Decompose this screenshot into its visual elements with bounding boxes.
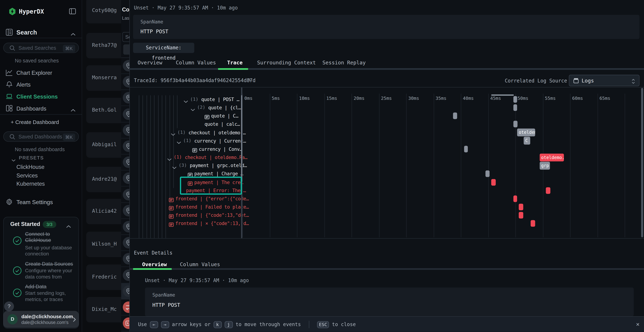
session-event-row[interactable] — [121, 122, 129, 138]
panel-scrollbar[interactable] — [641, 88, 643, 237]
sidebar-item-dashboards[interactable]: Dashboards — [16, 106, 46, 112]
tab-trace[interactable]: Trace — [227, 60, 242, 66]
session-event-row[interactable] — [121, 251, 129, 267]
preset-services[interactable]: Services — [16, 172, 38, 178]
trace-tree-row[interactable]: frontend | Failed to place… — [130, 203, 241, 211]
session-event-row[interactable] — [121, 203, 129, 219]
span-label[interactable]: frontend | {"error":{"code… — [175, 196, 249, 202]
tree-scrollbar-thumb[interactable] — [241, 95, 242, 182]
user-menu[interactable]: D dale@clickhouse.com dale@clickhouse.co… — [3, 311, 79, 328]
help-button[interactable]: ? — [4, 302, 14, 311]
sidebar-item-chart-explorer[interactable]: Chart Explorer — [16, 70, 52, 76]
session-event-row[interactable] — [121, 58, 129, 74]
trace-tree-row[interactable]: (1)checkout | oteldemo.Pa… — [130, 153, 241, 161]
trace-tree-row[interactable]: (1)checkout | oteldemo.… — [130, 128, 241, 137]
chevron-down-icon[interactable] — [184, 97, 188, 102]
tab-session-replay[interactable]: Session Replay — [322, 60, 366, 66]
timeline-hscrollbar[interactable] — [491, 94, 514, 96]
trace-tree-row[interactable]: (3)payment | grpc.oteld… — [130, 162, 241, 170]
span-duration-bar[interactable] — [519, 212, 523, 218]
span-duration-bar[interactable] — [531, 220, 535, 227]
sidebar-item-client-sessions[interactable]: Client Sessions — [16, 94, 58, 100]
trace-tree-row[interactable]: frontend | × {"code":13,"d… — [130, 220, 241, 228]
trace-tree-row[interactable]: currency | Conv… — [130, 145, 241, 153]
span-duration-bar[interactable]: grp — [540, 162, 550, 170]
session-search-input[interactable] — [122, 32, 129, 42]
span-label[interactable]: currency | Currenc… — [194, 138, 246, 144]
trace-tree-row[interactable]: (1)quote | POST … — [130, 95, 241, 104]
session-event-row[interactable] — [121, 187, 129, 203]
span-duration-bar[interactable] — [485, 171, 490, 177]
saved-dashboards-input[interactable]: ⌘K — [3, 132, 79, 142]
session-event-row[interactable] — [121, 267, 129, 283]
trace-id[interactable]: TraceId: 956f3b4a44b03aa4daf946242554d87… — [134, 78, 256, 83]
span-duration-bar[interactable] — [519, 204, 523, 210]
span-label[interactable]: payment | grpc.oteld… — [190, 163, 247, 168]
sidebar-item-search[interactable]: Search — [16, 29, 37, 36]
presets-header[interactable]: PRESETS — [19, 155, 44, 160]
trace-tree-row[interactable]: frontend | {"error":{"code… — [130, 194, 241, 203]
get-started-item-title[interactable]: Connect to ClickHouse — [25, 231, 75, 244]
chevron-up-icon[interactable] — [71, 106, 76, 112]
session-event-row[interactable] — [121, 90, 129, 106]
tab-overview[interactable]: Overview — [138, 60, 162, 66]
session-event-row[interactable] — [121, 219, 129, 235]
span-label[interactable]: checkout | oteldemo.… — [188, 130, 246, 136]
preset-kubernetes[interactable]: Kubernetes — [16, 181, 45, 187]
span-label[interactable]: quote | POST … — [201, 96, 239, 102]
sidebar-item-alerts[interactable]: Alerts — [16, 82, 30, 88]
span-duration-bar[interactable] — [513, 195, 517, 202]
session-event-row[interactable] — [121, 154, 129, 171]
span-duration-bar[interactable] — [453, 113, 457, 119]
trace-tree-row[interactable]: quote | calc… — [130, 120, 241, 128]
trace-tree-row[interactable]: frontend | {"code":13,"det… — [130, 211, 241, 219]
chevron-down-icon[interactable] — [171, 130, 175, 134]
sidebar-item-team-settings[interactable]: Team Settings — [16, 199, 53, 205]
trace-tree-row[interactable]: (1)currency | Currenc… — [130, 137, 241, 145]
chevron-down-icon[interactable] — [167, 155, 172, 160]
span-duration-bar[interactable] — [513, 121, 518, 128]
session-event-row[interactable] — [121, 106, 129, 122]
span-duration-bar[interactable] — [546, 187, 550, 194]
session-event-row[interactable] — [121, 316, 129, 332]
session-event-row[interactable] — [121, 283, 129, 300]
span-duration-bar[interactable] — [513, 96, 517, 103]
session-filter-button[interactable] — [123, 44, 129, 54]
trace-tree-row[interactable]: quote | C… — [130, 112, 241, 120]
span-duration-bar[interactable]: C — [524, 137, 530, 145]
session-event-row[interactable] — [121, 235, 129, 251]
chevron-up-icon[interactable] — [71, 30, 76, 36]
create-dashboard-button[interactable]: + Create Dashboard — [11, 119, 59, 125]
preset-clickhouse[interactable]: ClickHouse — [16, 164, 44, 170]
chevron-down-icon[interactable] — [190, 105, 195, 110]
span-duration-bar[interactable] — [464, 146, 468, 152]
tab-column-values[interactable]: Column Values — [176, 60, 216, 66]
service-name-chip[interactable]: ServiceName: frontend — [133, 43, 194, 53]
span-label[interactable]: currency | Conv… — [199, 146, 242, 152]
saved-searches-input[interactable]: ⌘K — [3, 43, 79, 53]
span-duration-bar[interactable] — [513, 104, 517, 111]
tab-ed-overview[interactable]: Overview — [142, 261, 167, 267]
chevron-down-icon[interactable] — [176, 138, 181, 143]
trace-tree-row[interactable]: (2)quote | {cl… — [130, 104, 241, 112]
chevron-down-icon[interactable] — [172, 163, 176, 168]
chevron-down-icon[interactable] — [12, 156, 16, 159]
span-label[interactable]: quote | C… — [211, 113, 238, 119]
chevron-up-icon[interactable] — [66, 222, 71, 228]
tab-ed-column-values[interactable]: Column Values — [180, 261, 220, 267]
get-started-item-title[interactable]: Add Data — [25, 284, 75, 290]
span-label[interactable]: frontend | {"code":13,"det… — [175, 212, 249, 218]
span-label[interactable]: frontend | Failed to place… — [175, 204, 249, 210]
span-label[interactable]: payment | Charge … — [194, 171, 243, 177]
edit-pencil-icon[interactable]: ✎ — [248, 77, 251, 82]
close-icon[interactable]: ✕ — [636, 321, 639, 327]
session-event-row[interactable] — [121, 138, 129, 154]
span-label[interactable]: quote | {cl… — [208, 105, 241, 110]
span-duration-bar[interactable]: oteldemo. — [517, 128, 535, 136]
log-source-select[interactable]: Logs — [569, 75, 640, 86]
session-event-row[interactable] — [121, 171, 129, 187]
span-duration-bar[interactable]: oteldemo. — [540, 154, 564, 161]
span-label[interactable]: checkout | oteldemo.Pa… — [185, 154, 248, 160]
span-label[interactable]: quote | calc… — [204, 121, 240, 127]
span-label[interactable]: frontend | × {"code":13,"d… — [175, 220, 249, 226]
